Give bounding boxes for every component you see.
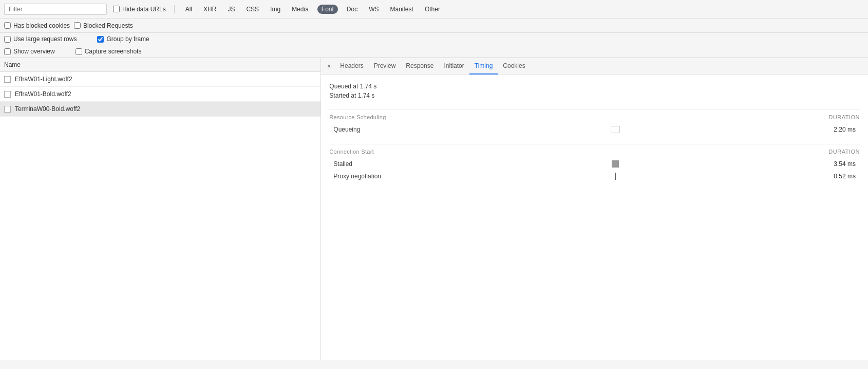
divider-2 [329,144,860,144]
show-overview-checkbox[interactable] [4,48,11,55]
file-list-panel: Name EffraW01-Light.woff2 EffraW01-Bold.… [0,58,321,360]
group-by-frame-label[interactable]: Group by frame [97,35,149,43]
use-large-rows-text: Use large request rows [13,35,77,43]
blocked-requests-text: Blocked Requests [83,22,133,29]
stalled-bar-container [420,160,810,168]
filter-btn-all[interactable]: All [183,5,195,14]
settings-row-2: Show overview Capture screenshots [0,45,868,58]
tab-initiator[interactable]: Initiator [439,58,469,75]
timing-row-proxy: Proxy negotiation 0.52 ms [329,170,860,182]
stalled-duration: 3.54 ms [815,160,856,168]
capture-screenshots-checkbox[interactable] [76,48,82,55]
filter-btn-font[interactable]: Font [317,5,338,14]
file-name-1: EffraW01-Light.woff2 [15,76,72,83]
use-large-rows-item: Use large request rows [4,35,77,43]
blocked-requests-checkbox[interactable] [74,22,81,29]
options-row-1: Has blocked cookies Blocked Requests [0,19,868,33]
filter-btn-img[interactable]: Img [268,5,283,14]
timing-content: Queued at 1.74 s Started at 1.74 s Resou… [321,75,868,199]
filter-btn-other[interactable]: Other [422,5,443,14]
hide-data-urls-text: Hide data URLs [122,6,166,13]
file-row[interactable]: EffraW01-Light.woff2 [0,72,320,87]
file-name-3: TerminaW00-Bold.woff2 [15,105,80,113]
filter-input[interactable] [4,4,107,15]
connection-start-header: Connection Start DURATION [329,149,860,155]
detail-tabs: × Headers Preview Response Initiator Tim… [321,58,868,75]
filter-btn-css[interactable]: CSS [243,5,261,14]
queued-at: Queued at 1.74 s [329,83,860,90]
queueing-duration: 2.20 ms [815,126,856,133]
show-overview-label[interactable]: Show overview [4,48,55,55]
toolbar-row: Hide data URLs All XHR JS CSS Img Media … [0,0,868,19]
hide-data-urls-checkbox[interactable] [113,6,120,12]
stalled-label: Stalled [333,160,416,168]
file-row-3[interactable]: TerminaW00-Bold.woff2 [0,102,320,117]
tab-preview[interactable]: Preview [369,58,401,75]
tab-response[interactable]: Response [401,58,439,75]
resource-scheduling-title: Resource Scheduling [329,114,386,120]
connection-start-title: Connection Start [329,149,374,155]
has-blocked-cookies-label[interactable]: Has blocked cookies [4,22,70,29]
detail-panel: × Headers Preview Response Initiator Tim… [321,58,868,360]
capture-screenshots-text: Capture screenshots [85,48,142,55]
tab-timing[interactable]: Timing [469,58,498,75]
file-checkbox-2[interactable] [4,91,11,98]
tab-cookies[interactable]: Cookies [498,58,530,75]
main-layout: Name EffraW01-Light.woff2 EffraW01-Bold.… [0,58,868,360]
timing-row-stalled: Stalled 3.54 ms [329,158,860,170]
filter-btn-xhr[interactable]: XHR [201,5,219,14]
separator [174,5,175,13]
resource-scheduling-header: Resource Scheduling DURATION [329,114,860,120]
show-overview-text: Show overview [13,48,55,55]
blocked-requests-label[interactable]: Blocked Requests [74,22,133,29]
group-by-frame-checkbox[interactable] [97,36,104,43]
proxy-duration: 0.52 ms [815,173,856,180]
group-by-frame-item: Group by frame [97,35,149,43]
use-large-rows-label[interactable]: Use large request rows [4,35,77,43]
queueing-bar-container [420,126,810,133]
stalled-bar [612,160,619,168]
name-column-header: Name [0,58,320,72]
timing-row-queueing: Queueing 2.20 ms [329,123,860,136]
close-button[interactable]: × [323,59,335,73]
group-by-frame-text: Group by frame [106,35,149,43]
divider-1 [329,109,860,110]
connection-start-duration-label: DURATION [828,149,860,155]
started-at: Started at 1.74 s [329,92,860,99]
capture-screenshots-item: Capture screenshots [76,48,142,55]
proxy-label: Proxy negotiation [333,173,416,180]
capture-screenshots-label[interactable]: Capture screenshots [76,48,142,55]
resource-scheduling-duration-label: DURATION [828,114,860,120]
resource-scheduling-section: Resource Scheduling DURATION Queueing 2.… [329,114,860,136]
file-name-2: EffraW01-Bold.woff2 [15,90,71,98]
show-overview-item: Show overview [4,48,55,55]
tab-headers[interactable]: Headers [335,58,368,75]
file-checkbox-1[interactable] [4,76,11,83]
timing-summary: Queued at 1.74 s Started at 1.74 s [329,83,860,99]
filter-btn-media[interactable]: Media [289,5,311,14]
filter-btn-doc[interactable]: Doc [344,5,360,14]
file-checkbox-3[interactable] [4,106,11,113]
hide-data-urls-label[interactable]: Hide data URLs [113,6,166,13]
queueing-label: Queueing [333,126,416,133]
settings-area: Use large request rows Group by frame Sh… [0,33,868,58]
proxy-bar [615,173,616,180]
filter-btn-manifest[interactable]: Manifest [388,5,416,14]
connection-start-section: Connection Start DURATION Stalled 3.54 m… [329,149,860,182]
has-blocked-cookies-text: Has blocked cookies [13,22,70,29]
settings-row: Use large request rows Group by frame [0,33,868,45]
has-blocked-cookies-checkbox[interactable] [4,22,11,29]
file-row-2[interactable]: EffraW01-Bold.woff2 [0,87,320,102]
queueing-bar [611,126,620,133]
filter-btn-js[interactable]: JS [225,5,237,14]
use-large-rows-checkbox[interactable] [4,36,11,43]
proxy-bar-container [420,173,810,180]
filter-btn-ws[interactable]: WS [366,5,381,14]
